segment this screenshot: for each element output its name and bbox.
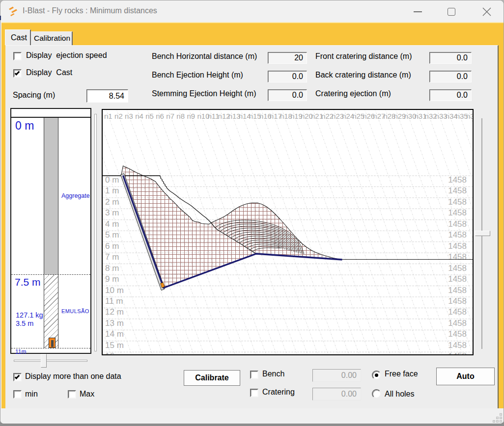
svg-text:1458: 1458 [448,186,467,195]
svg-text:1458: 1458 [448,274,467,284]
svg-text:1458: 1458 [448,307,467,317]
svg-text:1458: 1458 [448,241,467,251]
svg-text:1458: 1458 [448,296,467,306]
svg-text:13 m: 13 m [105,319,124,328]
svg-text:n8: n8 [176,112,185,120]
svg-text:1458: 1458 [448,197,467,207]
svg-text:7 m: 7 m [105,252,119,262]
svg-text:8 m: 8 m [105,264,119,273]
svg-text:n2: n2 [114,112,123,120]
svg-text:1458: 1458 [448,208,467,217]
svg-text:1458: 1458 [448,341,467,350]
svg-text:n4: n4 [135,112,143,120]
svg-text:5 m: 5 m [105,230,119,240]
svg-text:0 m: 0 m [105,175,119,185]
svg-text:3 m: 3 m [105,208,119,217]
svg-text:10 m: 10 m [105,286,124,295]
svg-text:9 m: 9 m [105,274,119,284]
svg-text:n1: n1 [104,112,112,120]
svg-text:n5: n5 [145,112,154,120]
svg-text:1458: 1458 [448,175,467,185]
svg-text:n6: n6 [156,112,164,120]
svg-text:n36: n36 [466,112,473,120]
svg-text:n3: n3 [125,112,133,120]
svg-text:n7: n7 [166,112,174,120]
svg-text:1458: 1458 [448,329,467,339]
svg-text:1458: 1458 [448,319,467,328]
svg-text:12 m: 12 m [105,307,124,317]
svg-text:15 m: 15 m [105,341,124,350]
svg-text:1 m: 1 m [105,186,119,195]
svg-text:1458: 1458 [448,264,467,273]
svg-text:2 m: 2 m [105,197,119,207]
svg-text:6 m: 6 m [105,241,119,251]
svg-text:1458: 1458 [448,230,467,240]
svg-text:14 m: 14 m [105,329,124,339]
svg-text:1458: 1458 [448,219,467,229]
svg-text:4 m: 4 m [105,219,119,229]
svg-text:1458: 1458 [448,286,467,295]
svg-text:11 m: 11 m [105,296,123,306]
svg-text:n9: n9 [187,112,195,120]
svg-text:1458: 1458 [448,252,467,262]
